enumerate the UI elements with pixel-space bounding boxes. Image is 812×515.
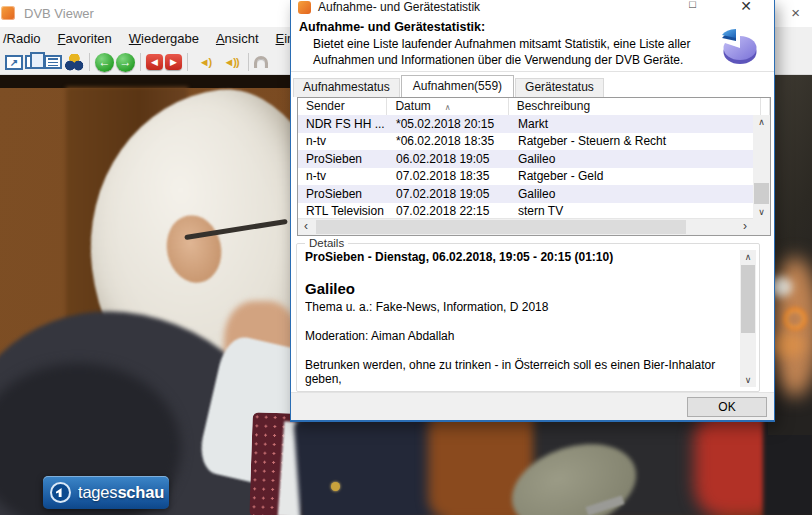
cell-datum: *06.02.2018 18:35 bbox=[388, 134, 510, 148]
column-header-sender[interactable]: Sender bbox=[298, 98, 387, 115]
cell-sender: ProSieben bbox=[298, 152, 388, 166]
menu-item-ansicht[interactable]: Ansicht bbox=[214, 29, 261, 48]
cell-beschreibung: Galileo bbox=[510, 152, 753, 166]
video-orange-ring bbox=[776, 301, 812, 337]
video-highlight-2 bbox=[772, 333, 804, 357]
details-show-title: Galileo bbox=[305, 280, 735, 297]
epg-search-icon[interactable] bbox=[64, 54, 84, 71]
cell-datum: 06.02.2018 19:05 bbox=[388, 152, 510, 166]
statistics-dialog: Aufnahme- und Gerätestatistik □ ✕ Aufnah… bbox=[290, 0, 775, 422]
cell-datum: *05.02.2018 20:15 bbox=[388, 117, 510, 131]
column-header-datum[interactable]: Datum∧ bbox=[387, 98, 508, 115]
scroll-thumb-horizontal[interactable] bbox=[316, 220, 686, 234]
main-window-title: DVB Viewer bbox=[24, 6, 94, 21]
scroll-down-icon[interactable]: ∨ bbox=[740, 373, 756, 387]
dialog-maximize-button[interactable]: □ bbox=[689, 0, 696, 10]
tab-aufnahmen559[interactable]: Aufnahmen(559) bbox=[401, 75, 514, 97]
table-row[interactable]: n-tv07.02.2018 18:35Ratgeber - Geld bbox=[298, 168, 753, 186]
volume-down-icon[interactable]: ◄) bbox=[193, 53, 217, 72]
tagesschau-logo-text: tagesschau bbox=[78, 483, 164, 502]
sort-ascending-icon: ∧ bbox=[445, 103, 451, 112]
ok-button[interactable]: OK bbox=[687, 397, 767, 417]
dvbviewer-app-icon bbox=[1, 6, 15, 20]
cell-datum: 07.02.2018 18:35 bbox=[388, 169, 510, 183]
cell-sender: ProSieben bbox=[298, 187, 388, 201]
toolbar-separator bbox=[187, 53, 188, 71]
table-row[interactable]: NDR FS HH ...*05.02.2018 20:15Markt bbox=[298, 115, 753, 133]
dialog-close-button[interactable]: ✕ bbox=[740, 0, 752, 14]
scroll-thumb[interactable] bbox=[741, 265, 755, 333]
cell-beschreibung: Ratgeber - Steuern & Recht bbox=[510, 134, 753, 148]
volume-up-icon[interactable]: ◄)) bbox=[219, 53, 243, 72]
cell-datum: 07.02.2018 22:15 bbox=[388, 204, 510, 218]
tab-bar: AufnahmestatusAufnahmen(559)Gerätestatus bbox=[293, 76, 605, 97]
details-group-label: Details bbox=[305, 237, 348, 249]
details-subtitle: Thema u. a.: Fake-News, Information, D 2… bbox=[305, 300, 735, 314]
dialog-heading: Aufnahme- und Gerätestatistik: bbox=[299, 20, 485, 34]
scroll-up-icon[interactable]: ∧ bbox=[753, 115, 770, 130]
table-vertical-scrollbar[interactable]: ∧ ∨ bbox=[753, 115, 770, 220]
dialog-description-line2: Aufnahmen und Informationen über die Ver… bbox=[313, 53, 683, 67]
menu-item-wiedergabe[interactable]: Wiedergabe bbox=[127, 29, 201, 48]
cell-beschreibung: stern TV bbox=[510, 204, 753, 218]
teletext-icon[interactable] bbox=[44, 55, 62, 69]
dialog-titlebar: Aufnahme- und Gerätestatistik □ ✕ bbox=[291, 0, 774, 17]
duplicate-window-icon[interactable] bbox=[25, 55, 38, 69]
column-header-partial[interactable]: D bbox=[761, 98, 770, 115]
ard-one-glyph bbox=[56, 488, 65, 497]
next-channel-icon[interactable]: ▶ bbox=[165, 54, 182, 70]
cell-beschreibung: Galileo bbox=[510, 187, 753, 201]
cell-sender: RTL Television bbox=[298, 204, 388, 218]
details-heading: ProSieben - Dienstag, 06.02.2018, 19:05 … bbox=[305, 250, 735, 264]
scroll-up-icon[interactable]: ∧ bbox=[740, 250, 756, 264]
dialog-description-line1: Bietet eine Liste laufender Aufnahmen mi… bbox=[313, 37, 691, 51]
dialog-header: Aufnahme- und Gerätestatistik: Bietet ei… bbox=[291, 17, 774, 72]
cell-datum: 07.02.2018 19:05 bbox=[388, 187, 510, 201]
tab-aufnahmestatus[interactable]: Aufnahmestatus bbox=[293, 78, 400, 97]
scrollbar-corner bbox=[753, 219, 770, 235]
back-icon[interactable]: ← bbox=[95, 53, 114, 72]
details-content: ProSieben - Dienstag, 06.02.2018, 19:05 … bbox=[305, 250, 735, 387]
open-window-icon[interactable]: ↗ bbox=[5, 55, 23, 70]
video-lapel-pin bbox=[331, 482, 340, 491]
dialog-title: Aufnahme- und Gerätestatistik bbox=[318, 0, 480, 14]
pie-chart-icon bbox=[714, 19, 762, 69]
cell-sender: n-tv bbox=[298, 134, 388, 148]
details-moderation: Moderation: Aiman Abdallah bbox=[305, 329, 735, 343]
toolbar-separator bbox=[140, 53, 141, 71]
recordings-table: Sender Datum∧ Beschreibung D NDR FS HH .… bbox=[297, 97, 771, 236]
main-window-close-button[interactable]: × bbox=[791, 3, 800, 23]
cell-beschreibung: Ratgeber - Geld bbox=[510, 169, 753, 183]
scroll-left-icon[interactable]: ‹ bbox=[298, 219, 314, 235]
cell-beschreibung: Markt bbox=[510, 117, 753, 131]
table-row[interactable]: n-tv*06.02.2018 18:35Ratgeber - Steuern … bbox=[298, 133, 753, 151]
table-row[interactable]: ProSieben07.02.2018 19:05Galileo bbox=[298, 185, 753, 203]
ard-logo-icon bbox=[50, 482, 71, 503]
dialog-footer: OK bbox=[291, 392, 774, 420]
prev-channel-icon[interactable]: ◀ bbox=[146, 54, 163, 70]
table-header: Sender Datum∧ Beschreibung D bbox=[298, 98, 770, 116]
record-horseshoe-icon[interactable] bbox=[254, 56, 268, 68]
forward-icon[interactable]: → bbox=[116, 53, 135, 72]
menu-item-favoriten[interactable]: Favoriten bbox=[56, 29, 114, 48]
details-groupbox: Details ProSieben - Dienstag, 06.02.2018… bbox=[296, 243, 760, 392]
dialog-app-icon bbox=[298, 1, 311, 14]
tagesschau-logo: tagesschau bbox=[43, 476, 169, 509]
table-rows: NDR FS HH ...*05.02.2018 20:15Marktn-tv*… bbox=[298, 115, 753, 220]
scroll-down-icon[interactable]: ∨ bbox=[753, 205, 770, 220]
scroll-right-icon[interactable]: › bbox=[737, 219, 753, 235]
screen: tagesschau DVB Viewer × /RadioFavoritenW… bbox=[0, 0, 812, 515]
cell-sender: n-tv bbox=[298, 169, 388, 183]
menu-item-radio[interactable]: /Radio bbox=[1, 29, 43, 48]
scroll-thumb[interactable] bbox=[754, 183, 769, 204]
column-header-beschreibung[interactable]: Beschreibung bbox=[509, 98, 761, 115]
details-vertical-scrollbar[interactable]: ∧ ∨ bbox=[740, 250, 756, 387]
tab-gertestatus[interactable]: Gerätestatus bbox=[515, 78, 604, 97]
cell-sender: NDR FS HH ... bbox=[298, 117, 388, 131]
details-description: Betrunken werden, ohne zu trinken - in Ö… bbox=[305, 358, 735, 386]
toolbar-separator bbox=[89, 53, 90, 71]
table-horizontal-scrollbar[interactable]: ‹ › bbox=[298, 218, 753, 235]
toolbar-separator bbox=[248, 53, 249, 71]
table-row[interactable]: ProSieben06.02.2018 19:05Galileo bbox=[298, 150, 753, 168]
